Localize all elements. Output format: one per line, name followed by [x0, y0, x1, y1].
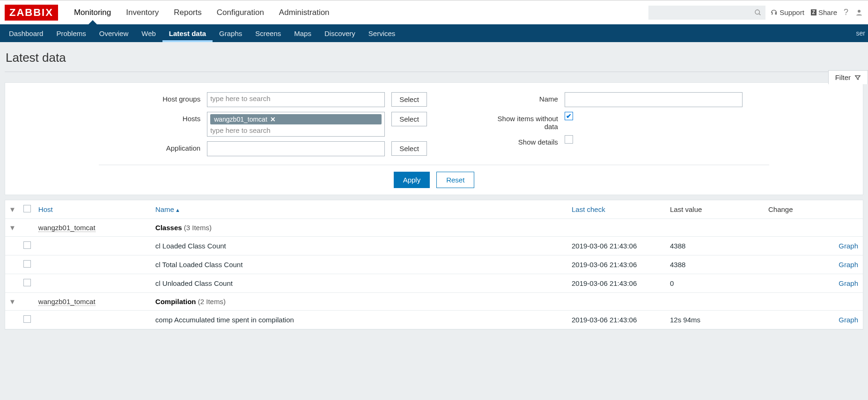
subnav-discovery[interactable]: Discovery	[318, 24, 362, 42]
top-right: Support Z Share ?	[770, 7, 868, 17]
last-check: 2019-03-06 21:43:06	[568, 274, 666, 293]
sub-nav: DashboardProblemsOverviewWebLatest dataG…	[0, 24, 868, 42]
app-name: Classes	[155, 224, 182, 232]
last-value: 4388	[666, 237, 765, 255]
application-select-button[interactable]: Select	[391, 141, 427, 156]
col-last-check[interactable]: Last check	[572, 205, 605, 213]
help-icon[interactable]: ?	[844, 7, 848, 17]
search-icon	[754, 9, 762, 16]
show-details-checkbox[interactable]: ✔	[565, 135, 573, 144]
col-last-value: Last value	[670, 205, 702, 213]
application-label: Application	[125, 141, 200, 152]
table-row: cl Loaded Class Count2019-03-06 21:43:06…	[5, 237, 863, 255]
col-host[interactable]: Host	[38, 205, 53, 213]
col-change: Change	[768, 205, 793, 213]
item-name: cl Unloaded Class Count	[152, 274, 568, 293]
apply-button[interactable]: Apply	[394, 172, 430, 188]
topnav-configuration[interactable]: Configuration	[209, 0, 272, 24]
table-header-row: ▼ Host Name▲ Last check Last value Chang…	[5, 200, 863, 219]
expand-icon[interactable]: ▼	[9, 298, 16, 305]
topnav-inventory[interactable]: Inventory	[118, 0, 166, 24]
expand-icon[interactable]: ▼	[9, 224, 16, 232]
svg-point-0	[755, 10, 759, 14]
topnav-reports[interactable]: Reports	[166, 0, 209, 24]
group-row: ▼wangzb01_tomcatCompilation (2 Items)	[5, 293, 863, 311]
last-value: 12s 94ms	[666, 311, 765, 329]
host-groups-input[interactable]: type here to search	[207, 92, 385, 107]
table-row: cl Total Loaded Class Count2019-03-06 21…	[5, 255, 863, 274]
subnav-problems[interactable]: Problems	[50, 24, 92, 42]
item-count: (3 Items)	[184, 224, 212, 232]
top-bar: ZABBIX MonitoringInventoryReportsConfigu…	[0, 0, 868, 24]
show-no-data-checkbox[interactable]: ✔	[565, 112, 573, 120]
group-row: ▼wangzb01_tomcatClasses (3 Items)	[5, 219, 863, 237]
global-search[interactable]	[648, 6, 765, 20]
filter-panel: Filter Host groups type here to search S…	[5, 82, 863, 195]
subnav-latest-data[interactable]: Latest data	[162, 24, 213, 42]
last-check: 2019-03-06 21:43:06	[568, 237, 666, 255]
subnav-services[interactable]: Services	[362, 24, 402, 42]
graph-link[interactable]: Graph	[839, 279, 858, 287]
host-link[interactable]: wangzb01_tomcat	[38, 298, 96, 306]
remove-tag-icon[interactable]: ✕	[270, 116, 276, 123]
last-check: 2019-03-06 21:43:06	[568, 255, 666, 274]
application-input[interactable]	[207, 141, 385, 156]
z-icon: Z	[811, 9, 817, 15]
host-link[interactable]: wangzb01_tomcat	[38, 224, 96, 232]
last-value: 4388	[666, 255, 765, 274]
show-no-data-label: Show items without data	[483, 112, 558, 131]
graph-link[interactable]: Graph	[839, 316, 858, 324]
host-tag[interactable]: wangzb01_tomcat✕	[210, 114, 382, 124]
sort-asc-icon: ▲	[175, 207, 180, 213]
show-details-label: Show details	[483, 135, 558, 146]
app-name: Compilation	[155, 298, 196, 305]
page-title: Latest data	[6, 51, 66, 65]
name-label: Name	[483, 92, 558, 103]
hosts-select-button[interactable]: Select	[391, 112, 427, 126]
row-checkbox[interactable]	[23, 315, 31, 323]
subnav-dashboard[interactable]: Dashboard	[2, 24, 50, 42]
subnav-graphs[interactable]: Graphs	[213, 24, 249, 42]
name-input[interactable]	[565, 92, 743, 107]
share-link[interactable]: Z Share	[811, 8, 837, 16]
item-name: comp Accumulated time spent in compilati…	[152, 311, 568, 329]
topnav-administration[interactable]: Administration	[272, 0, 337, 24]
svg-line-1	[759, 14, 760, 15]
host-groups-select-button[interactable]: Select	[391, 92, 427, 107]
filter-tab[interactable]: Filter	[828, 70, 868, 84]
item-name: cl Loaded Class Count	[152, 237, 568, 255]
hosts-label: Hosts	[125, 112, 200, 123]
topnav-monitoring[interactable]: Monitoring	[66, 0, 118, 24]
col-name[interactable]: Name	[155, 205, 174, 213]
row-checkbox[interactable]	[23, 279, 31, 286]
support-link[interactable]: Support	[770, 8, 804, 16]
select-all-checkbox[interactable]	[23, 205, 31, 212]
headset-icon	[770, 9, 778, 16]
subnav-screens[interactable]: Screens	[249, 24, 287, 42]
graph-link[interactable]: Graph	[839, 261, 858, 269]
expand-all-icon[interactable]: ▼	[9, 205, 16, 213]
subnav-right: ser	[856, 29, 868, 37]
last-value: 0	[666, 274, 765, 293]
host-groups-label: Host groups	[125, 92, 200, 103]
table-row: cl Unloaded Class Count2019-03-06 21:43:…	[5, 274, 863, 293]
filter-icon	[854, 74, 861, 81]
last-check: 2019-03-06 21:43:06	[568, 311, 666, 329]
item-name: cl Total Loaded Class Count	[152, 255, 568, 274]
data-table: ▼ Host Name▲ Last check Last value Chang…	[5, 200, 863, 330]
item-count: (2 Items)	[198, 298, 226, 305]
row-checkbox[interactable]	[23, 241, 31, 249]
hosts-input[interactable]: wangzb01_tomcat✕ type here to search	[207, 112, 385, 137]
row-checkbox[interactable]	[23, 260, 31, 268]
reset-button[interactable]: Reset	[436, 172, 474, 188]
svg-point-2	[858, 10, 861, 13]
page-header: Latest data	[0, 42, 868, 70]
subnav-web[interactable]: Web	[135, 24, 162, 42]
user-icon[interactable]	[855, 8, 863, 17]
table-row: comp Accumulated time spent in compilati…	[5, 311, 863, 329]
subnav-maps[interactable]: Maps	[287, 24, 318, 42]
top-nav: MonitoringInventoryReportsConfigurationA…	[66, 0, 337, 24]
logo[interactable]: ZABBIX	[5, 5, 58, 21]
graph-link[interactable]: Graph	[839, 242, 858, 250]
subnav-overview[interactable]: Overview	[93, 24, 135, 42]
